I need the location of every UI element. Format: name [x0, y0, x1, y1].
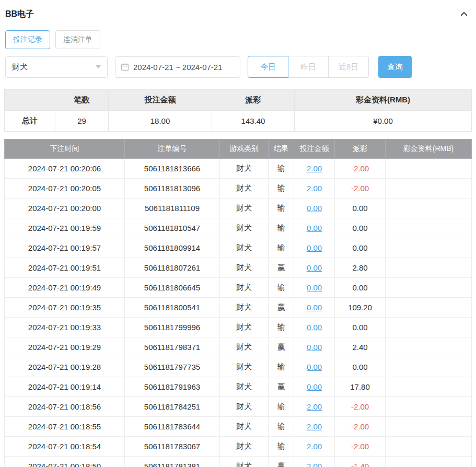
cell-payout: 0.00 — [335, 238, 386, 258]
cell-bonus — [386, 457, 472, 467]
cell-payout: 0.00 — [335, 278, 386, 298]
cell-bet-time: 2024-07-21 00:19:33 — [5, 318, 125, 337]
cell-order-id: 5061181783644 — [125, 417, 220, 437]
table-row: 2024-07-21 00:20:05 5061181813096 财犬 输 2… — [5, 179, 472, 199]
cell-bet-amount: 0.00 — [294, 218, 335, 238]
bet-amount-link[interactable]: 0.00 — [307, 263, 322, 272]
page-title: BB电子 — [5, 9, 34, 20]
bet-amount-link[interactable]: 0.00 — [307, 224, 322, 232]
cell-bet-time: 2024-07-21 00:19:28 — [5, 357, 125, 377]
bet-amount-link[interactable]: 2.00 — [307, 164, 322, 173]
summary-header-row: 笔数 投注金额 派彩 彩金资料(RMB) — [5, 90, 472, 111]
table-row: 2024-07-21 00:18:55 5061181783644 财犬 输 2… — [5, 417, 472, 437]
cell-result: 输 — [269, 397, 294, 417]
col-header-bet-time: 下注时间 — [5, 139, 125, 159]
summary-total-payout: 143.40 — [212, 111, 295, 132]
today-button[interactable]: 今日 — [248, 56, 288, 78]
bet-amount-link[interactable]: 0.00 — [307, 283, 322, 292]
cell-result: 输 — [269, 278, 294, 298]
summary-table: 笔数 投注金额 派彩 彩金资料(RMB) 总计 29 18.00 143.40 … — [4, 89, 472, 132]
cell-payout: 0.00 — [335, 318, 386, 337]
table-row: 2024-07-21 00:20:06 5061181813666 财犬 输 2… — [5, 159, 472, 179]
cell-bet-time: 2024-07-21 00:20:06 — [5, 159, 125, 179]
last-8-days-button[interactable]: 近8日 — [328, 56, 369, 78]
cell-game-type: 财犬 — [220, 437, 269, 457]
cell-order-id: 5061181799996 — [125, 318, 220, 337]
cell-payout: 0.00 — [335, 199, 386, 218]
date-range-input[interactable]: 2024-07-21 ~ 2024-07-21 — [115, 56, 240, 78]
tabs: 投注记录 连消注单 — [5, 30, 472, 49]
bet-amount-link[interactable]: 0.00 — [307, 303, 322, 312]
bet-amount-link[interactable]: 0.00 — [307, 363, 322, 371]
bet-table-header-row: 下注时间 注单编号 游戏类别 结果 投注金额 派彩 彩金资料(RMB) — [5, 139, 472, 159]
cell-payout: 17.80 — [335, 377, 386, 397]
summary-total-row: 总计 29 18.00 143.40 ¥0.00 — [5, 111, 472, 132]
cell-payout: -2.00 — [335, 397, 386, 417]
bet-table: 下注时间 注单编号 游戏类别 结果 投注金额 派彩 彩金资料(RMB) 2024… — [4, 139, 472, 467]
cell-bet-amount: 0.00 — [294, 199, 335, 218]
bet-amount-link[interactable]: 2.00 — [307, 442, 322, 451]
col-header-result: 结果 — [269, 139, 294, 159]
cell-result: 输 — [269, 357, 294, 377]
cell-payout: 109.20 — [335, 298, 386, 318]
summary-header-bet-amount: 投注金额 — [109, 90, 212, 111]
cell-result: 输 — [269, 437, 294, 457]
chevron-down-icon — [96, 65, 101, 68]
tab-bet-records[interactable]: 投注记录 — [5, 30, 50, 49]
cell-order-id: 5061181783067 — [125, 437, 220, 457]
bet-amount-link[interactable]: 0.00 — [307, 323, 322, 332]
cell-bonus — [386, 377, 472, 397]
summary-total-bet-amount: 18.00 — [109, 111, 212, 132]
cell-bet-time: 2024-07-21 00:19:14 — [5, 377, 125, 397]
bet-amount-link[interactable]: 0.00 — [307, 204, 322, 213]
summary-header-bonus: 彩金资料(RMB) — [295, 90, 472, 111]
table-row: 2024-07-21 00:18:56 5061181784251 财犬 输 2… — [5, 397, 472, 417]
date-range-value: 2024-07-21 ~ 2024-07-21 — [133, 63, 223, 72]
cell-bet-amount: 2.00 — [294, 437, 335, 457]
bet-amount-link[interactable]: 2.00 — [307, 422, 322, 431]
tab-cancelled-orders[interactable]: 连消注单 — [55, 30, 100, 49]
cell-result: 输 — [269, 318, 294, 337]
cell-game-type: 财犬 — [220, 159, 269, 179]
game-select[interactable]: 财犬 — [5, 56, 108, 78]
cell-bet-time: 2024-07-21 00:18:54 — [5, 437, 125, 457]
cell-result: 输 — [269, 238, 294, 258]
collapse-button[interactable] — [458, 8, 470, 20]
bet-amount-link[interactable]: 2.00 — [307, 462, 322, 467]
table-row: 2024-07-21 00:19:33 5061181799996 财犬 输 0… — [5, 318, 472, 337]
cell-bet-amount: 0.00 — [294, 238, 335, 258]
cell-bet-amount: 0.00 — [294, 318, 335, 337]
bet-amount-link[interactable]: 0.00 — [307, 243, 322, 252]
cell-bet-time: 2024-07-21 00:20:05 — [5, 179, 125, 199]
cell-order-id: 5061181806645 — [125, 278, 220, 298]
cell-game-type: 财犬 — [220, 179, 269, 199]
bet-amount-link[interactable]: 0.00 — [307, 382, 322, 391]
bet-amount-link[interactable]: 2.00 — [307, 184, 322, 193]
yesterday-button[interactable]: 昨日 — [288, 56, 329, 78]
col-header-order-id: 注单编号 — [125, 139, 220, 159]
col-header-bet-amount: 投注金额 — [294, 139, 335, 159]
cell-bonus — [386, 218, 472, 238]
cell-order-id: 5061181810547 — [125, 218, 220, 238]
cell-order-id: 5061181813666 — [125, 159, 220, 179]
cell-bet-amount: 0.00 — [294, 278, 335, 298]
bet-amount-link[interactable]: 2.00 — [307, 402, 322, 411]
cell-bonus — [386, 437, 472, 457]
summary-total-count: 29 — [55, 111, 109, 132]
cell-bonus — [386, 397, 472, 417]
bet-amount-link[interactable]: 0.00 — [307, 343, 322, 352]
cell-result: 赢 — [269, 258, 294, 278]
query-button[interactable]: 查询 — [378, 56, 412, 78]
calendar-icon — [121, 63, 129, 71]
cell-bet-time: 2024-07-21 00:19:49 — [5, 278, 125, 298]
cell-bonus — [386, 357, 472, 377]
cell-game-type: 财犬 — [220, 238, 269, 258]
summary-header-empty — [5, 90, 55, 111]
table-row: 2024-07-21 00:19:14 5061181791963 财犬 赢 0… — [5, 377, 472, 397]
cell-game-type: 财犬 — [220, 218, 269, 238]
table-row: 2024-07-21 00:20:00 5061181811109 财犬 输 0… — [5, 199, 472, 218]
table-row: 2024-07-21 00:19:28 5061181797735 财犬 输 0… — [5, 357, 472, 377]
cell-result: 赢 — [269, 298, 294, 318]
cell-game-type: 财犬 — [220, 417, 269, 437]
cell-result: 输 — [269, 199, 294, 218]
